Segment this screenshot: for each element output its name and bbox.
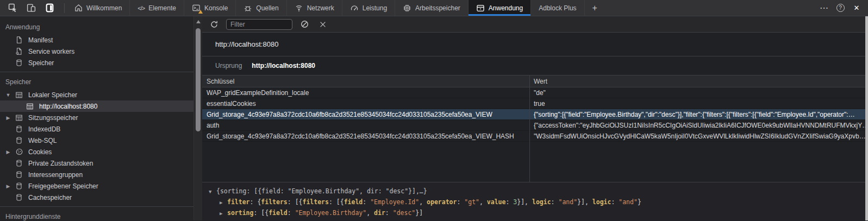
- sidebar-item-web-sql[interactable]: Web-SQL: [0, 135, 193, 146]
- tab-willkommen[interactable]: Willkommen: [67, 0, 129, 16]
- tab-label: Leistung: [363, 4, 387, 12]
- row-value: "W3sidmFsdWUiOnsicHJvcGVydHlCaW5kaW5nIjo…: [529, 132, 865, 140]
- tab-label: Elemente: [148, 4, 176, 12]
- sidebar-item-label: Cookies: [28, 148, 52, 156]
- help-icon[interactable]: ?: [832, 1, 848, 15]
- twisty-expanded-icon[interactable]: ▼: [209, 187, 216, 197]
- table-row[interactable]: essentialCookies true: [202, 98, 865, 109]
- origin-title: http://localhost:8080: [202, 33, 865, 56]
- sidebar-item-label: Cachespeicher: [28, 194, 72, 201]
- devtools-tabs: Willkommen </> Elemente Konsole Quellen …: [67, 0, 605, 16]
- tab-elemente[interactable]: </> Elemente: [129, 0, 184, 16]
- origin-value[interactable]: http://localhost:8080: [252, 62, 315, 70]
- sidebar-item-interessengruppen[interactable]: Interessengruppen: [0, 169, 193, 180]
- row-key: WAP_gridExampleDefinition_locale: [202, 89, 529, 97]
- main-panel-scrollbar[interactable]: [865, 16, 868, 220]
- preview-root-summary: {sorting: [{field: "Employee.Birthday", …: [216, 187, 427, 195]
- clear-icon[interactable]: [298, 18, 311, 31]
- datagrid-header: Schlüssel Wert: [202, 75, 865, 87]
- more-icon[interactable]: ⋯: [816, 1, 832, 15]
- sidebar-item-speicher[interactable]: Speicher: [0, 57, 193, 68]
- tab-anwendung[interactable]: Anwendung: [468, 0, 530, 16]
- database-icon: [15, 125, 24, 134]
- sidebar-divider: [0, 206, 193, 207]
- network-icon: [295, 4, 303, 12]
- row-value: {"accessToken":"eyJhbGciOiJSUzI1NiIsInR5…: [529, 122, 865, 129]
- sidebar-item-cookies[interactable]: ▶ Cookies: [0, 146, 193, 157]
- cookie-icon: [15, 148, 24, 156]
- tab-label: Adblock Plus: [539, 4, 576, 12]
- table-row[interactable]: auth {"accessToken":"eyJhbGciOiJSUzI1NiI…: [202, 120, 865, 131]
- row-key: Grid_storage_4c93e97a8a372cdc10a6fb8ca2d…: [202, 111, 529, 118]
- column-header-key[interactable]: Schlüssel: [202, 78, 529, 85]
- refresh-icon[interactable]: [208, 18, 221, 31]
- row-key: essentialCookies: [202, 100, 529, 108]
- tab-label: Willkommen: [86, 4, 122, 12]
- tab-leistung[interactable]: Leistung: [342, 0, 395, 16]
- preview-root-line[interactable]: ▼{sorting: [{field: "Employee.Birthday",…: [209, 186, 865, 197]
- table-row[interactable]: WAP_gridExampleDefinition_locale "de": [202, 87, 865, 98]
- toolbar-separator: [64, 3, 65, 13]
- database-icon: [15, 182, 24, 191]
- local-storage-panel: http://localhost:8080 Ursprung http://lo…: [202, 16, 865, 220]
- tab-label: Arbeitsspeicher: [415, 4, 460, 12]
- console-warning-badge: [198, 10, 203, 14]
- sidebar-item-cachespeicher[interactable]: Cachespeicher: [0, 192, 193, 203]
- delete-icon[interactable]: [316, 18, 329, 31]
- row-value: {"sorting":[{"field":"Employee.Birthday"…: [529, 111, 865, 118]
- twisty-expanded-icon[interactable]: ▼: [4, 92, 12, 98]
- filter-input[interactable]: [226, 19, 292, 30]
- datagrid-empty-area: [202, 142, 865, 182]
- section-title-speicher: Speicher: [0, 75, 193, 89]
- scrollbar-thumb[interactable]: [196, 28, 201, 131]
- sidebar-item-label: Sitzungsspeicher: [28, 114, 78, 122]
- sidebar-item-private-zustandstoken[interactable]: Private Zustandstoken: [0, 157, 193, 169]
- sidebar-item-localhost-8080[interactable]: http://localhost:8080: [0, 100, 193, 112]
- sidebar-item-label: Web-SQL: [28, 137, 57, 144]
- tab-adblock-plus[interactable]: Adblock Plus: [530, 0, 584, 16]
- tab-label: Netzwerk: [307, 4, 334, 12]
- database-icon: [15, 193, 24, 202]
- tab-konsole[interactable]: Konsole: [184, 0, 235, 16]
- table-row[interactable]: Grid_storage_4c93e97a8a372cdc10a6fb8ca2d…: [202, 131, 865, 142]
- service-worker-icon: [15, 47, 24, 56]
- sources-icon: [243, 4, 252, 12]
- origin-label: Ursprung: [215, 62, 242, 70]
- sidebar-scrollbar[interactable]: [193, 16, 202, 220]
- sidebar-item-label: Freigegebener Speicher: [28, 182, 98, 190]
- sidebar-item-indexeddb[interactable]: IndexedDB: [0, 123, 193, 135]
- table-row-selected[interactable]: Grid_storage_4c93e97a8a372cdc10a6fb8ca2d…: [202, 109, 865, 120]
- scroll-up-arrow-icon[interactable]: [196, 20, 201, 23]
- row-key: auth: [202, 122, 529, 129]
- add-tab-button[interactable]: +: [584, 0, 605, 16]
- twisty-collapsed-icon[interactable]: ▶: [220, 209, 227, 219]
- tab-quellen[interactable]: Quellen: [235, 0, 286, 16]
- twisty-collapsed-icon[interactable]: ▶: [4, 149, 12, 155]
- database-icon: [15, 171, 24, 179]
- twisty-collapsed-icon[interactable]: ▶: [4, 115, 12, 121]
- sidebar-item-sitzungsspeicher[interactable]: ▶ Sitzungsspeicher: [0, 112, 193, 123]
- sidebar-item-service-workers[interactable]: Service workers: [0, 46, 193, 57]
- tab-arbeitsspeicher[interactable]: Arbeitsspeicher: [395, 0, 468, 16]
- tab-label: Konsole: [204, 4, 228, 12]
- preview-sorting-line[interactable]: ▶sorting: [{field: "Employee.Birthday", …: [209, 208, 865, 219]
- preview-filter-line[interactable]: ▶filter: {filters: [{filters: [{field: "…: [209, 197, 865, 208]
- sidebar-item-freigegebener-speicher[interactable]: ▶ Freigegebener Speicher: [0, 180, 193, 192]
- focus-panel-icon[interactable]: [41, 1, 58, 15]
- column-header-value[interactable]: Wert: [529, 78, 865, 85]
- sidebar-item-label: Private Zustandstoken: [28, 160, 93, 167]
- column-divider[interactable]: [529, 75, 530, 182]
- close-icon[interactable]: ✕: [848, 1, 865, 15]
- sidebar-item-label: IndexedDB: [28, 125, 60, 133]
- twisty-collapsed-icon[interactable]: ▶: [220, 198, 227, 208]
- tab-netzwerk[interactable]: Netzwerk: [286, 0, 342, 16]
- twisty-collapsed-icon[interactable]: ▶: [4, 184, 12, 189]
- sidebar-item-manifest[interactable]: Manifest: [0, 34, 193, 46]
- preview-filter-tokens: filter: {filters: [{filters: [{field: "E…: [227, 198, 641, 206]
- database-icon: [15, 136, 24, 145]
- home-icon: [74, 4, 83, 12]
- inspect-icon[interactable]: [4, 1, 21, 15]
- preview-sorting-tokens: sorting: [{field: "Employee.Birthday", d…: [227, 209, 423, 217]
- sidebar-item-lokaler-speicher[interactable]: ▼ Lokaler Speicher: [0, 89, 193, 100]
- device-toolbar-icon[interactable]: [23, 1, 39, 15]
